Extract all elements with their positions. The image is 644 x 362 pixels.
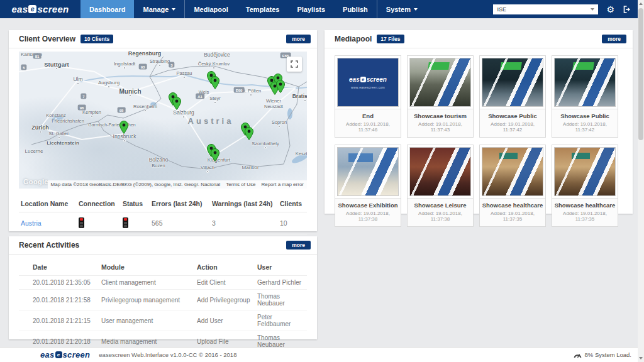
warnings-cell: 3 — [210, 212, 278, 234]
terms-of-use-link[interactable]: Terms of Use — [226, 182, 255, 187]
map-city-dot — [250, 94, 252, 96]
recent-activities-panel: Recent Activities more DateModuleActionU… — [9, 236, 317, 339]
road-shield: 93 — [139, 64, 147, 70]
media-thumbnail — [409, 58, 471, 107]
media-card[interactable]: Showcase ExhibitionAdded: 19.01.2018, 11… — [335, 145, 401, 227]
media-added-date: Added: 19.01.2018, 11:37:42 — [481, 121, 544, 133]
media-card[interactable]: Showcase healthcareAdded: 19.01.2018, 11… — [552, 145, 618, 227]
clients-map[interactable]: KarlsruheStuttgartRegensburgStraubingBud… — [19, 52, 307, 189]
map-marker-pin-icon[interactable] — [276, 80, 285, 96]
page-scrollbar[interactable] — [638, 0, 644, 362]
thumbnail-overlay — [555, 148, 615, 195]
mediapool-panel: Mediapool 17 Files more easescreenwww.ea… — [325, 30, 633, 214]
map-city-dot — [183, 76, 186, 79]
road-shield: 95 — [118, 107, 126, 113]
scrollbar-thumb[interactable] — [638, 8, 643, 140]
map-city-label: Regensburg — [128, 52, 162, 57]
media-card[interactable]: Showcase tourismAdded: 19.01.2018, 11:37… — [407, 55, 474, 138]
map-city-label: Szombathely — [252, 141, 279, 146]
system-load: 8% System Load. — [574, 351, 631, 358]
media-title: Showcase Public — [553, 112, 616, 119]
media-card-label: Showcase healthcareAdded: 19.01.2018, 11… — [480, 198, 545, 226]
map-city-dot — [123, 67, 126, 69]
nav-item-templates[interactable]: Templates — [237, 0, 289, 18]
panel-title: Mediapool — [335, 35, 372, 43]
table-row: 20.01.2018 21:21:58Privilegegroup manage… — [19, 290, 307, 310]
nav-item-dashboard[interactable]: Dashboard — [80, 0, 134, 18]
settings-button[interactable]: ⚙ — [606, 5, 614, 14]
map-city-label: Český Krumlov — [198, 61, 230, 67]
map-fullscreen-button[interactable] — [287, 57, 302, 72]
logo-mark-icon: e — [55, 351, 62, 358]
status-cell — [121, 212, 150, 234]
media-thumbnail — [554, 147, 616, 196]
media-card[interactable]: Showcase PublicAdded: 19.01.2018, 11:37:… — [552, 55, 618, 138]
map-city-label: Straubing — [150, 58, 170, 64]
cell: 20.01.2018 21:21:58 — [19, 290, 99, 310]
nav-item-system[interactable]: System — [377, 0, 426, 18]
brand[interactable]: easescreen — [0, 0, 80, 18]
media-card[interactable]: Showcase PublicAdded: 19.01.2018, 11:37:… — [479, 55, 546, 138]
map-city-label: Rosenheim — [133, 104, 157, 109]
column-header: Module — [99, 260, 195, 276]
map-marker-pin-icon[interactable] — [211, 148, 219, 164]
cell: Privilegegroup management — [99, 290, 195, 310]
client-search-select[interactable]: ISE — [493, 4, 598, 14]
media-added-date: Added: 19.01.2018, 11:37:35 — [481, 211, 544, 222]
media-added-date: Added: 19.01.2018, 11:37:42 — [553, 121, 616, 133]
location-link[interactable]: Austria — [21, 219, 42, 227]
report-map-error-link[interactable]: Report a map error — [261, 182, 304, 187]
map-city-dot — [144, 109, 147, 112]
gauge-icon — [574, 351, 582, 358]
media-card[interactable]: easescreenwww.easescreen.comEndAdded: 19… — [335, 55, 401, 138]
map-city-label: Sopron — [272, 119, 287, 125]
scrollbar-down-button[interactable] — [638, 354, 644, 362]
map-city-label: Stuttgart — [44, 61, 69, 68]
media-card[interactable]: Showcase healthcareAdded: 19.01.2018, 11… — [479, 145, 546, 227]
chevron-down-icon — [414, 8, 418, 11]
map-marker-pin-icon[interactable] — [211, 76, 219, 92]
recent-activities-more-button[interactable]: more — [286, 241, 311, 250]
map-attribution: Map data ©2018 GeoBasis-DE/BKG (©2009), … — [48, 180, 307, 189]
column-header: Action — [195, 260, 255, 276]
media-title: Showcase Exhibition — [336, 202, 399, 209]
media-title: Showcase Leisure — [409, 202, 472, 209]
media-title: Showcase healthcare — [481, 202, 544, 209]
nav-item-mediapool[interactable]: Mediapool — [185, 0, 236, 18]
media-grid: easescreenwww.easescreen.comEndAdded: 19… — [335, 55, 625, 227]
road-shield: 96 — [78, 105, 86, 111]
clients-cell: 10 — [278, 212, 307, 234]
map-marker-pin-icon[interactable] — [119, 121, 128, 136]
nav-item-playlists[interactable]: Playlists — [288, 0, 334, 18]
media-thumbnail — [409, 147, 471, 196]
scrollbar-up-button[interactable] — [638, 0, 644, 8]
cell: Client management — [99, 276, 195, 290]
logo-pre: eas — [11, 4, 28, 14]
map-city-label: Neustadt — [264, 104, 283, 109]
nav-item-publish[interactable]: Publish — [334, 0, 377, 18]
table-row: 20.01.2018 21:21:15User managementAdd Us… — [19, 310, 307, 331]
google-logo[interactable]: Google — [23, 178, 48, 185]
media-card-label: EndAdded: 19.01.2018, 11:37:46 — [335, 109, 401, 137]
media-card[interactable]: Showcase LeisureAdded: 19.01.2018, 11:37… — [407, 145, 474, 227]
map-city-label: Garmisch-Partenkirchen — [88, 123, 135, 127]
map-city-dot — [278, 125, 280, 128]
footer-easescreen-logo: easescreen — [40, 350, 90, 359]
map-marker-pin-icon[interactable] — [245, 127, 253, 143]
panel-title: Client Overview — [19, 35, 75, 43]
mediapool-more-button[interactable]: more — [602, 35, 626, 43]
logout-button[interactable] — [623, 5, 631, 14]
client-table-body: Austria565310 — [19, 212, 307, 234]
nav-item-manage[interactable]: Manage — [134, 0, 184, 18]
client-overview-more-button[interactable]: more — [286, 35, 311, 43]
easescreen-logo: easescreen — [349, 76, 387, 83]
media-thumbnail — [482, 147, 543, 196]
map-city-dot — [206, 170, 209, 173]
media-card-label: Showcase PublicAdded: 19.01.2018, 11:37:… — [552, 109, 618, 137]
map-city-label: St. Gallen — [49, 131, 70, 136]
map-city-label: Liechtenstein — [47, 140, 79, 146]
media-title: End — [336, 112, 399, 119]
map-marker-pin-icon[interactable] — [172, 97, 181, 112]
map-city-label: Wiener — [266, 98, 281, 104]
media-card-label: Showcase tourismAdded: 19.01.2018, 11:37… — [408, 109, 473, 137]
